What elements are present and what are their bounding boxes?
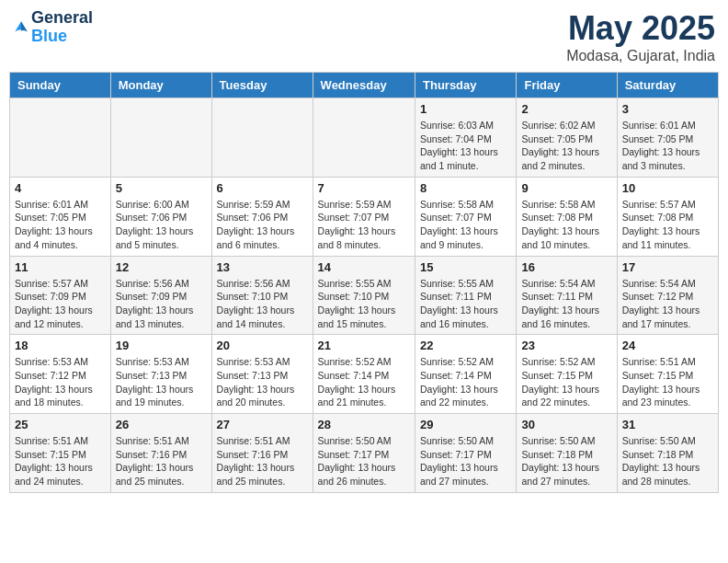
calendar-cell: 10Sunrise: 5:57 AM Sunset: 7:08 PM Dayli…	[617, 177, 718, 256]
calendar-cell: 25Sunrise: 5:51 AM Sunset: 7:15 PM Dayli…	[10, 414, 111, 493]
day-info: Sunrise: 5:51 AM Sunset: 7:15 PM Dayligh…	[15, 434, 106, 488]
day-number: 31	[622, 418, 713, 431]
day-info: Sunrise: 5:55 AM Sunset: 7:11 PM Dayligh…	[420, 277, 511, 331]
calendar-cell: 6Sunrise: 5:59 AM Sunset: 7:06 PM Daylig…	[211, 177, 313, 256]
weekday-header: Monday	[110, 73, 211, 98]
calendar-cell: 31Sunrise: 5:50 AM Sunset: 7:18 PM Dayli…	[617, 414, 718, 493]
day-number: 26	[116, 418, 207, 431]
weekday-header: Sunday	[10, 73, 111, 98]
day-info: Sunrise: 6:00 AM Sunset: 7:06 PM Dayligh…	[116, 198, 207, 252]
calendar-cell: 11Sunrise: 5:57 AM Sunset: 7:09 PM Dayli…	[10, 256, 111, 335]
calendar-cell: 19Sunrise: 5:53 AM Sunset: 7:13 PM Dayli…	[110, 335, 211, 414]
day-info: Sunrise: 6:02 AM Sunset: 7:05 PM Dayligh…	[521, 119, 611, 173]
calendar-week-row: 1Sunrise: 6:03 AM Sunset: 7:04 PM Daylig…	[10, 98, 719, 178]
calendar-cell: 2Sunrise: 6:02 AM Sunset: 7:05 PM Daylig…	[517, 98, 617, 178]
calendar-cell: 8Sunrise: 5:58 AM Sunset: 7:07 PM Daylig…	[415, 177, 517, 256]
day-info: Sunrise: 5:55 AM Sunset: 7:10 PM Dayligh…	[318, 277, 410, 331]
day-number: 24	[622, 339, 713, 352]
calendar-cell: 5Sunrise: 6:00 AM Sunset: 7:06 PM Daylig…	[110, 177, 211, 256]
day-info: Sunrise: 5:50 AM Sunset: 7:18 PM Dayligh…	[521, 434, 611, 488]
day-info: Sunrise: 5:53 AM Sunset: 7:13 PM Dayligh…	[116, 355, 207, 409]
day-info: Sunrise: 5:54 AM Sunset: 7:12 PM Dayligh…	[622, 277, 713, 331]
day-number: 16	[521, 260, 611, 274]
day-number: 6	[217, 181, 308, 195]
day-info: Sunrise: 5:53 AM Sunset: 7:13 PM Dayligh…	[217, 355, 308, 409]
day-info: Sunrise: 5:52 AM Sunset: 7:14 PM Dayligh…	[420, 355, 511, 409]
day-info: Sunrise: 5:58 AM Sunset: 7:08 PM Dayligh…	[521, 198, 611, 252]
day-number: 22	[420, 339, 511, 352]
day-number: 17	[622, 260, 713, 274]
month-title: May 2025	[566, 9, 715, 48]
calendar-cell: 30Sunrise: 5:50 AM Sunset: 7:18 PM Dayli…	[517, 414, 617, 493]
day-number: 13	[217, 260, 308, 274]
calendar-cell: 26Sunrise: 5:51 AM Sunset: 7:16 PM Dayli…	[110, 414, 211, 493]
page-header: GeneralBlue May 2025 Modasa, Gujarat, In…	[9, 9, 719, 64]
day-number: 29	[420, 418, 511, 431]
logo-icon	[13, 19, 29, 36]
calendar-cell: 20Sunrise: 5:53 AM Sunset: 7:13 PM Dayli…	[211, 335, 313, 414]
location: Modasa, Gujarat, India	[566, 48, 715, 64]
day-info: Sunrise: 5:57 AM Sunset: 7:09 PM Dayligh…	[15, 277, 106, 331]
calendar-cell: 29Sunrise: 5:50 AM Sunset: 7:17 PM Dayli…	[415, 414, 517, 493]
day-number: 8	[420, 181, 511, 195]
day-number: 23	[521, 339, 611, 352]
weekday-header: Wednesday	[313, 73, 415, 98]
calendar-cell: 22Sunrise: 5:52 AM Sunset: 7:14 PM Dayli…	[415, 335, 517, 414]
calendar-table: SundayMondayTuesdayWednesdayThursdayFrid…	[9, 72, 719, 493]
day-info: Sunrise: 5:53 AM Sunset: 7:12 PM Dayligh…	[15, 355, 106, 409]
calendar-week-row: 18Sunrise: 5:53 AM Sunset: 7:12 PM Dayli…	[10, 335, 719, 414]
day-number: 3	[622, 102, 713, 116]
day-number: 21	[318, 339, 410, 352]
day-number: 11	[15, 260, 106, 274]
day-number: 19	[116, 339, 207, 352]
calendar-cell: 18Sunrise: 5:53 AM Sunset: 7:12 PM Dayli…	[10, 335, 111, 414]
calendar-cell: 28Sunrise: 5:50 AM Sunset: 7:17 PM Dayli…	[313, 414, 415, 493]
day-number: 10	[622, 181, 713, 195]
calendar-cell: 17Sunrise: 5:54 AM Sunset: 7:12 PM Dayli…	[617, 256, 718, 335]
day-number: 14	[318, 260, 410, 274]
day-number: 20	[217, 339, 308, 352]
day-info: Sunrise: 5:50 AM Sunset: 7:18 PM Dayligh…	[622, 434, 713, 488]
day-number: 12	[116, 260, 207, 274]
calendar-cell: 9Sunrise: 5:58 AM Sunset: 7:08 PM Daylig…	[517, 177, 617, 256]
day-info: Sunrise: 5:57 AM Sunset: 7:08 PM Dayligh…	[622, 198, 713, 252]
day-info: Sunrise: 5:51 AM Sunset: 7:16 PM Dayligh…	[116, 434, 207, 488]
calendar-cell: 14Sunrise: 5:55 AM Sunset: 7:10 PM Dayli…	[313, 256, 415, 335]
weekday-header: Thursday	[415, 73, 517, 98]
calendar-cell: 23Sunrise: 5:52 AM Sunset: 7:15 PM Dayli…	[517, 335, 617, 414]
calendar-week-row: 25Sunrise: 5:51 AM Sunset: 7:15 PM Dayli…	[10, 414, 719, 493]
calendar-cell: 4Sunrise: 6:01 AM Sunset: 7:05 PM Daylig…	[10, 177, 111, 256]
weekday-header: Friday	[517, 73, 617, 98]
day-info: Sunrise: 5:52 AM Sunset: 7:15 PM Dayligh…	[521, 355, 611, 409]
day-info: Sunrise: 5:50 AM Sunset: 7:17 PM Dayligh…	[318, 434, 410, 488]
calendar-cell: 16Sunrise: 5:54 AM Sunset: 7:11 PM Dayli…	[517, 256, 617, 335]
day-number: 27	[217, 418, 308, 431]
calendar-header-row: SundayMondayTuesdayWednesdayThursdayFrid…	[10, 73, 719, 98]
day-info: Sunrise: 5:50 AM Sunset: 7:17 PM Dayligh…	[420, 434, 511, 488]
calendar-cell	[313, 98, 415, 178]
calendar-week-row: 11Sunrise: 5:57 AM Sunset: 7:09 PM Dayli…	[10, 256, 719, 335]
day-info: Sunrise: 5:52 AM Sunset: 7:14 PM Dayligh…	[318, 355, 410, 409]
day-info: Sunrise: 5:51 AM Sunset: 7:16 PM Dayligh…	[217, 434, 308, 488]
logo: GeneralBlue	[13, 9, 93, 46]
day-number: 4	[15, 181, 106, 195]
day-number: 25	[15, 418, 106, 431]
day-info: Sunrise: 5:59 AM Sunset: 7:06 PM Dayligh…	[217, 198, 308, 252]
day-number: 9	[521, 181, 611, 195]
calendar-cell: 12Sunrise: 5:56 AM Sunset: 7:09 PM Dayli…	[110, 256, 211, 335]
weekday-header: Tuesday	[211, 73, 313, 98]
calendar-cell	[10, 98, 111, 178]
calendar-cell: 27Sunrise: 5:51 AM Sunset: 7:16 PM Dayli…	[211, 414, 313, 493]
day-number: 5	[116, 181, 207, 195]
weekday-header: Saturday	[617, 73, 718, 98]
day-info: Sunrise: 6:01 AM Sunset: 7:05 PM Dayligh…	[622, 119, 713, 173]
title-block: May 2025 Modasa, Gujarat, India	[566, 9, 715, 64]
calendar-cell	[110, 98, 211, 178]
day-info: Sunrise: 6:03 AM Sunset: 7:04 PM Dayligh…	[420, 119, 511, 173]
calendar-cell: 13Sunrise: 5:56 AM Sunset: 7:10 PM Dayli…	[211, 256, 313, 335]
calendar-cell: 15Sunrise: 5:55 AM Sunset: 7:11 PM Dayli…	[415, 256, 517, 335]
day-number: 28	[318, 418, 410, 431]
calendar-cell: 7Sunrise: 5:59 AM Sunset: 7:07 PM Daylig…	[313, 177, 415, 256]
logo-text: GeneralBlue	[31, 9, 93, 46]
day-number: 2	[521, 102, 611, 116]
